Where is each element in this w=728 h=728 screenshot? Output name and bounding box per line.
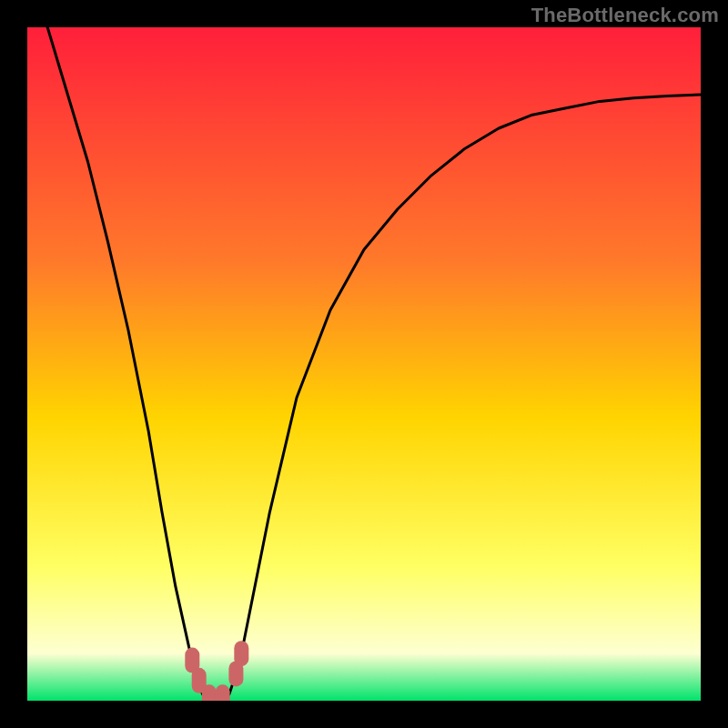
chart-frame: TheBottleneck.com xyxy=(0,0,728,728)
gradient-background xyxy=(27,27,701,701)
data-marker xyxy=(216,684,230,701)
watermark-text: TheBottleneck.com xyxy=(531,4,719,27)
data-marker xyxy=(234,641,248,666)
chart-svg xyxy=(27,27,701,701)
plot-area xyxy=(27,27,701,701)
data-marker xyxy=(202,684,217,701)
